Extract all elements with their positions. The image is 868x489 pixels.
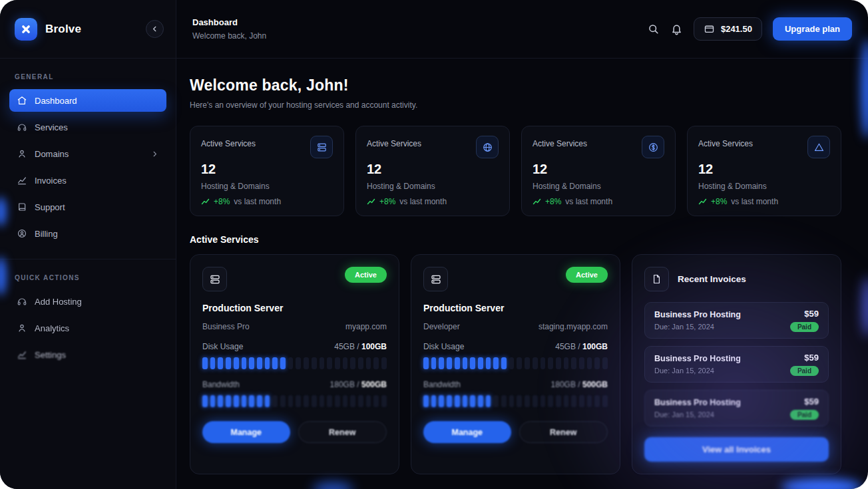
stat-value: 12: [533, 162, 664, 177]
server-domain: myapp.com: [345, 322, 387, 331]
sidebar-item-dashboard[interactable]: Dashboard: [9, 89, 166, 112]
sidebar: Brolve GENERAL Dashboard Services Domain…: [0, 0, 176, 489]
bandwidth-row: Bandwidth 180GB / 500GB: [202, 380, 387, 389]
sidebar-item-settings[interactable]: Settings: [9, 343, 166, 366]
sidebar-item-label: Add Hosting: [35, 297, 82, 307]
sidebar-item-add-hosting[interactable]: Add Hosting: [9, 290, 166, 313]
server-actions: Manage Renew: [202, 421, 387, 443]
invoice-due: Due: Jan 15, 2024: [654, 323, 741, 331]
invoice-due: Due: Jan 15, 2024: [654, 367, 741, 375]
sidebar-item-support[interactable]: Support: [9, 196, 166, 218]
sidebar-item-domains[interactable]: Domains: [9, 142, 166, 165]
user-badge-icon: [17, 148, 27, 159]
server-card-2: Active Production Server Developer stagi…: [411, 254, 620, 474]
stat-caption: Hosting & Domains: [698, 182, 830, 191]
invoices-header: Recent Invoices: [644, 267, 829, 291]
view-all-invoices-button[interactable]: View all Invoices: [644, 437, 829, 462]
invoice-amount: $59: [790, 353, 819, 363]
server-card-1: Active Production Server Business Pro my…: [190, 254, 399, 474]
sidebar-item-label: Analytics: [35, 323, 69, 333]
chevron-left-icon: [150, 25, 159, 33]
main-area: Dashboard Welcome back, John $241.50 Upg…: [176, 0, 868, 489]
document-icon: [644, 267, 669, 291]
stat-caption: Hosting & Domains: [367, 182, 499, 191]
invoice-amount: $59: [790, 309, 819, 319]
stat-title: Active Services: [698, 136, 753, 148]
invoices-title: Recent Invoices: [678, 274, 746, 284]
disk-usage-row: Disk Usage 45GB / 100GB: [423, 342, 608, 351]
bandwidth-bar: [423, 395, 608, 407]
invoice-row[interactable]: Business Pro Hosting Due: Jan 15, 2024 $…: [644, 302, 829, 339]
line-chart-icon: [17, 349, 27, 360]
home-icon: [17, 95, 27, 106]
globe-icon: [476, 136, 499, 158]
invoice-info: Business Pro Hosting Due: Jan 15, 2024: [654, 310, 741, 331]
stat-value: 12: [367, 162, 499, 177]
trend-up-icon: [533, 198, 541, 206]
sidebar-item-label: Settings: [35, 350, 66, 360]
disk-usage-row: Disk Usage 45GB / 100GB: [202, 342, 387, 351]
plan-name: Business Pro: [202, 322, 250, 331]
page-subtitle: Here's an overview of your hosting servi…: [190, 100, 841, 110]
invoice-name: Business Pro Hosting: [654, 310, 741, 319]
headset-icon: [17, 296, 27, 307]
stat-trend: +8% vs last month: [367, 197, 499, 206]
manage-button[interactable]: Manage: [202, 421, 290, 443]
account-balance[interactable]: $241.50: [694, 17, 762, 41]
stat-title: Active Services: [367, 136, 421, 148]
headset-icon: [17, 122, 27, 132]
app-title: Brolve: [45, 23, 81, 36]
trend-up-icon: [201, 198, 210, 206]
breadcrumb: Dashboard: [192, 17, 266, 27]
brolve-logo-icon: [15, 18, 37, 41]
upgrade-plan-button[interactable]: Upgrade plan: [773, 17, 852, 41]
sidebar-section-general: GENERAL: [15, 73, 161, 81]
paid-badge: Paid: [790, 366, 819, 376]
search-button[interactable]: [647, 23, 660, 35]
topbar-titles: Dashboard Welcome back, John: [192, 17, 266, 41]
bandwidth-label: Bandwidth: [202, 380, 240, 389]
topbar-subtitle: Welcome back, John: [192, 31, 266, 41]
alert-triangle-icon: [807, 136, 830, 158]
bandwidth-bar: [202, 395, 387, 407]
sidebar-item-services[interactable]: Services: [9, 116, 166, 138]
stat-caption: Hosting & Domains: [201, 182, 333, 191]
trend-label: vs last month: [234, 197, 281, 206]
renew-button[interactable]: Renew: [519, 421, 608, 443]
section-title-active-services: Active Services: [190, 234, 841, 245]
search-icon: [647, 23, 660, 35]
renew-button[interactable]: Renew: [298, 421, 387, 443]
manage-button[interactable]: Manage: [423, 421, 511, 443]
bell-icon: [670, 23, 683, 35]
invoice-info: Business Pro Hosting Due: Jan 15, 2024: [654, 398, 741, 418]
trend-label: vs last month: [399, 197, 447, 206]
stat-value: 12: [698, 162, 830, 177]
server-icon: [423, 267, 448, 291]
sidebar-collapse-button[interactable]: [146, 20, 164, 38]
invoice-amount-block: $59 Paid: [790, 353, 819, 376]
user-badge-icon: [17, 323, 27, 333]
stats-row: Active Services 12 Hosting & Domains +8%…: [190, 126, 841, 216]
notifications-button[interactable]: [670, 23, 683, 35]
bandwidth-values: 180GB / 500GB: [330, 380, 387, 389]
plan-name: Developer: [423, 322, 460, 331]
invoice-name: Business Pro Hosting: [654, 398, 741, 407]
bandwidth-label: Bandwidth: [423, 380, 461, 389]
stat-title: Active Services: [533, 136, 587, 148]
status-badge: Active: [566, 267, 608, 283]
server-domain: staging.myapp.com: [539, 322, 608, 331]
sidebar-divider: [0, 259, 176, 259]
sidebar-item-label: Dashboard: [35, 96, 77, 106]
sidebar-item-billing[interactable]: Billing: [9, 222, 166, 245]
invoice-amount: $59: [790, 397, 819, 407]
invoice-row[interactable]: Business Pro Hosting Due: Jan 15, 2024 $…: [644, 346, 829, 383]
sidebar-item-analytics[interactable]: Analytics: [9, 317, 166, 339]
trend-label: vs last month: [731, 197, 778, 206]
book-icon: [17, 202, 27, 212]
server-name: Production Server: [202, 303, 387, 313]
invoice-row[interactable]: Business Pro Hosting Due: Jan 15, 2024 $…: [644, 390, 829, 426]
stat-caption: Hosting & Domains: [533, 182, 664, 191]
bandwidth-values: 180GB / 500GB: [551, 380, 608, 389]
sidebar-item-invoices[interactable]: Invoices: [9, 169, 166, 192]
trend-value: +8%: [214, 197, 230, 206]
